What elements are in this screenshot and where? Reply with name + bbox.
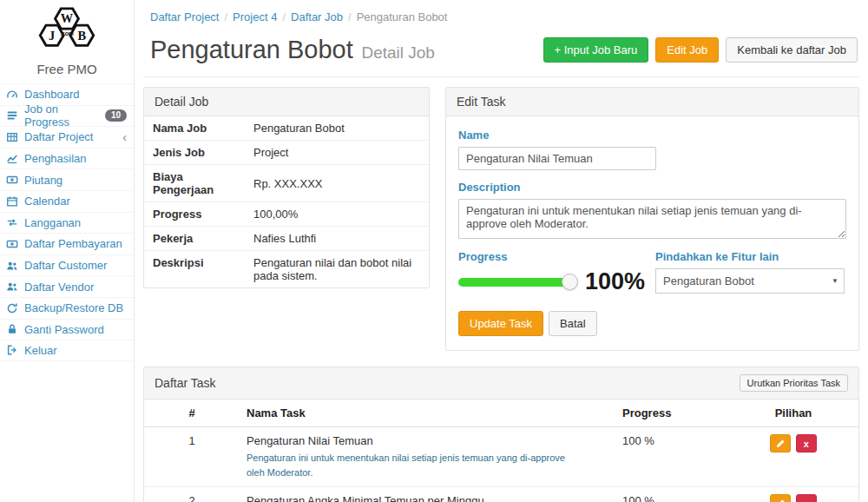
pindahkan-fitur-select[interactable]: Pengaturan Bobot ▼ [655,268,845,294]
jwb-hexagon-logo-icon: W J B .com [25,5,108,54]
table-row: Nama JobPengaturan Bobot [144,116,429,141]
sidebar-item-label: Daftar Pembayaran [24,237,122,250]
page-title: Pengaturan Bobot [150,36,353,63]
users-icon [5,259,18,272]
sidebar-item-label: Langganan [24,216,81,229]
detail-job-panel-title: Detail Job [155,95,208,109]
tasks-icon [5,109,18,122]
sidebar-item-label: Piutang [24,174,62,187]
update-task-button[interactable]: Update Task [458,311,543,336]
main-content: Daftar Project/Project 4/Daftar Job/Peng… [135,0,868,502]
sidebar-item-label: Penghasilan [24,152,87,165]
progress-slider[interactable] [458,278,571,287]
sidebar-item-langganan[interactable]: Langganan [0,212,134,234]
sidebar-item-label: Daftar Customer [24,259,107,272]
batal-button[interactable]: Batal [549,311,597,336]
edit-task-button[interactable] [770,434,791,452]
breadcrumb-current: Pengaturan Bobot [357,10,448,23]
progress-label: Progress [458,250,645,263]
column-header-progress: Progress [615,400,728,427]
sidebar-item-daftar-project[interactable]: Daftar Project ‹ [0,126,134,148]
pencil-icon [775,499,786,502]
money-icon [5,237,18,250]
sidebar-item-label: Keluar [24,344,57,357]
breadcrumb-link-daftar-job[interactable]: Daftar Job [291,10,343,23]
retweet-icon [5,216,18,229]
daftar-task-panel-title: Daftar Task [155,376,216,390]
urutkan-prioritas-task-button-top[interactable]: Urutkan Prioritas Task [740,374,848,392]
kembali-ke-daftar-job-button[interactable]: Kembali ke daftar Job [726,37,858,63]
job-count-badge: 10 [105,109,127,122]
sidebar-item-dashboard[interactable]: Dashboard [0,83,134,105]
pindahkan-label: Pindahkan ke Fitur lain [655,250,845,263]
pencil-icon [775,439,786,449]
calendar-icon [5,195,18,208]
brand-name: Free PMO [0,62,134,76]
gauge-icon [5,88,18,101]
column-header-num: # [144,400,240,427]
jwb-logo: W J B .com [0,0,134,60]
breadcrumb-link-project-4[interactable]: Project 4 [233,10,277,23]
svg-text:J: J [49,29,55,43]
table-row: Jenis JobProject [144,141,429,165]
task-description-textarea[interactable]: Pengaturan ini untuk menentukan nilai se… [458,199,846,239]
app-window: W J B .com Free PMO Dashboard Job on Pro… [0,0,868,502]
table-row: PekerjaNafies Luthfi [144,227,429,251]
breadcrumb-link-daftar-project[interactable]: Daftar Project [150,10,219,23]
table-row: 1 Pengaturan Nilai Temuan Pengaturan ini… [144,427,858,487]
sidebar-item-label: Daftar Vendor [24,281,94,294]
task-progress: 100 % [615,427,728,487]
sidebar-item-ganti-password[interactable]: Ganti Password [0,319,134,340]
page-header: Pengaturan Bobot Detail Job + Input Job … [143,23,859,77]
table-row: DeskripsiPengaturan nilai dan bobot nila… [144,251,429,288]
svg-text:B: B [77,29,86,43]
progress-percent-value: 100% [585,268,645,295]
edit-task-panel: Edit Task Name Description Pengaturan in… [445,87,859,351]
sidebar: W J B .com Free PMO Dashboard Job on Pro… [0,0,135,502]
column-header-nama-task: Nama Task [240,400,615,427]
sidebar-item-label: Dashboard [24,88,80,101]
sidebar-item-keluar[interactable]: Keluar [0,340,134,361]
sidebar-item-calendar[interactable]: Calendar [0,190,134,212]
progress-slider-handle[interactable] [562,274,578,290]
task-name: Pengaturan Nilai Temuan [247,434,608,447]
sidebar-item-piutang[interactable]: Piutang [0,168,134,190]
task-description: Pengaturan ini untuk menentukan nilai se… [247,451,608,479]
edit-task-button[interactable] [770,494,791,502]
input-job-baru-button[interactable]: + Input Job Baru [543,37,649,63]
chevron-left-icon: ‹ [122,131,127,143]
page-subtitle: Detail Job [361,43,435,62]
sidebar-menu: Dashboard Job on Progress 10 Daftar Proj… [0,83,134,361]
line-chart-icon [5,152,18,165]
task-name-input[interactable] [458,147,656,170]
sidebar-item-daftar-customer[interactable]: Daftar Customer [0,254,134,276]
delete-task-button[interactable]: x [796,494,817,502]
delete-task-button[interactable]: x [796,434,817,452]
table-row: Biaya PengerjaanRp. XXX.XXX [144,165,429,202]
edit-task-panel-title: Edit Task [457,95,506,109]
users-icon [5,281,18,294]
sidebar-item-daftar-pembayaran[interactable]: Daftar Pembayaran [0,233,134,254]
sign-out-icon [5,344,18,357]
sidebar-item-label: Ganti Password [24,323,104,336]
sidebar-item-job-on-progress[interactable]: Job on Progress 10 [0,105,134,127]
lock-icon [5,323,18,336]
sidebar-item-backup-restore-db[interactable]: Backup/Restore DB [0,297,134,319]
svg-text:.com: .com [60,30,74,36]
sidebar-item-label: Calendar [24,195,70,208]
svg-text:W: W [61,11,74,25]
task-name: Pengaturan Angka Minimal Temuan per Ming… [247,494,608,502]
sidebar-item-penghasilan[interactable]: Penghasilan [0,148,134,169]
table-row: Progress100,00% [144,202,429,227]
name-label: Name [458,129,846,142]
sidebar-item-daftar-vendor[interactable]: Daftar Vendor [0,275,134,297]
edit-job-button[interactable]: Edit Job [655,37,719,63]
refresh-icon [5,301,18,314]
sidebar-item-label: Daftar Project [24,130,93,143]
chevron-down-icon: ▼ [832,277,838,285]
detail-job-table: Nama JobPengaturan Bobot Jenis JobProjec… [144,116,429,287]
task-progress: 100 % [615,487,728,502]
breadcrumb: Daftar Project/Project 4/Daftar Job/Peng… [143,10,859,23]
description-label: Description [458,181,846,194]
daftar-task-panel: Daftar Task Urutkan Prioritas Task # Nam… [143,367,859,502]
